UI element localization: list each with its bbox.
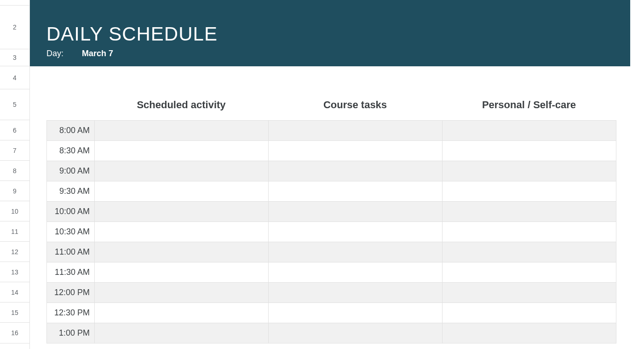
tasks-cell[interactable] bbox=[269, 323, 443, 343]
row-header[interactable]: 5 bbox=[0, 89, 29, 120]
spacer-row[interactable] bbox=[30, 66, 644, 89]
page-title: DAILY SCHEDULE bbox=[46, 23, 644, 45]
personal-cell[interactable] bbox=[443, 181, 616, 202]
day-label: Day: bbox=[46, 49, 63, 58]
tasks-cell[interactable] bbox=[269, 262, 443, 283]
activity-cell[interactable] bbox=[95, 121, 269, 141]
tasks-cell[interactable] bbox=[269, 181, 443, 202]
row-header[interactable]: 3 bbox=[0, 49, 29, 66]
tasks-cell[interactable] bbox=[269, 141, 443, 161]
time-cell[interactable]: 10:30 AM bbox=[47, 222, 95, 242]
time-cell[interactable]: 12:30 PM bbox=[47, 303, 95, 323]
row-header[interactable]: 10 bbox=[0, 201, 29, 221]
row-header[interactable]: 8 bbox=[0, 161, 29, 181]
row-header[interactable]: 11 bbox=[0, 221, 29, 242]
time-cell[interactable]: 8:00 AM bbox=[47, 121, 95, 141]
row-header[interactable]: 14 bbox=[0, 282, 29, 302]
right-margin bbox=[630, 0, 644, 349]
activity-cell[interactable] bbox=[95, 283, 269, 303]
time-cell[interactable]: 11:00 AM bbox=[47, 242, 95, 262]
row-header[interactable]: 12 bbox=[0, 242, 29, 262]
tasks-cell[interactable] bbox=[269, 121, 443, 141]
time-cell[interactable]: 12:00 PM bbox=[47, 283, 95, 303]
tasks-cell[interactable] bbox=[269, 202, 443, 222]
spreadsheet-content: DAILY SCHEDULE Day: March 7 Scheduled ac… bbox=[30, 0, 644, 349]
row-header[interactable]: 15 bbox=[0, 302, 29, 323]
day-row: Day: March 7 bbox=[46, 49, 644, 58]
activity-cell[interactable] bbox=[95, 303, 269, 323]
row-number-gutter: 2 3 4 5 6 7 8 9 10 11 12 13 14 15 16 bbox=[0, 0, 30, 349]
time-cell[interactable]: 11:30 AM bbox=[47, 262, 95, 283]
tasks-cell[interactable] bbox=[269, 303, 443, 323]
schedule-row: 11:00 AM bbox=[47, 242, 616, 262]
personal-cell[interactable] bbox=[443, 242, 616, 262]
row-header[interactable]: 4 bbox=[0, 66, 29, 89]
tasks-cell[interactable] bbox=[269, 283, 443, 303]
schedule-row: 1:00 PM bbox=[47, 323, 616, 343]
personal-cell[interactable] bbox=[443, 303, 616, 323]
schedule-row: 10:00 AM bbox=[47, 202, 616, 222]
activity-cell[interactable] bbox=[95, 323, 269, 343]
time-cell[interactable]: 10:00 AM bbox=[47, 202, 95, 222]
personal-cell[interactable] bbox=[443, 323, 616, 343]
row-header[interactable]: 7 bbox=[0, 140, 29, 161]
schedule-row: 12:00 PM bbox=[47, 283, 616, 303]
personal-cell[interactable] bbox=[443, 222, 616, 242]
column-header-tasks[interactable]: Course tasks bbox=[268, 99, 442, 111]
activity-cell[interactable] bbox=[95, 202, 269, 222]
time-cell[interactable]: 9:30 AM bbox=[47, 181, 95, 202]
activity-cell[interactable] bbox=[95, 141, 269, 161]
header-banner: DAILY SCHEDULE Day: March 7 bbox=[30, 0, 644, 66]
activity-cell[interactable] bbox=[95, 262, 269, 283]
schedule-table: 8:00 AM8:30 AM9:00 AM9:30 AM10:00 AM10:3… bbox=[46, 120, 616, 343]
personal-cell[interactable] bbox=[443, 202, 616, 222]
schedule-row: 10:30 AM bbox=[47, 222, 616, 242]
schedule-row: 8:30 AM bbox=[47, 141, 616, 161]
row-header[interactable]: 2 bbox=[0, 6, 29, 49]
activity-cell[interactable] bbox=[95, 242, 269, 262]
day-value[interactable]: March 7 bbox=[82, 49, 113, 58]
tasks-cell[interactable] bbox=[269, 222, 443, 242]
tasks-cell[interactable] bbox=[269, 242, 443, 262]
time-cell[interactable]: 8:30 AM bbox=[47, 141, 95, 161]
row-header-partial[interactable] bbox=[0, 0, 29, 6]
time-cell[interactable]: 9:00 AM bbox=[47, 161, 95, 181]
schedule-row: 11:30 AM bbox=[47, 262, 616, 283]
schedule-row: 12:30 PM bbox=[47, 303, 616, 323]
personal-cell[interactable] bbox=[443, 121, 616, 141]
schedule-row: 9:30 AM bbox=[47, 181, 616, 202]
row-header[interactable]: 6 bbox=[0, 120, 29, 140]
row-header[interactable]: 9 bbox=[0, 181, 29, 201]
tasks-cell[interactable] bbox=[269, 161, 443, 181]
schedule-row: 9:00 AM bbox=[47, 161, 616, 181]
column-header-activity[interactable]: Scheduled activity bbox=[94, 99, 268, 111]
activity-cell[interactable] bbox=[95, 161, 269, 181]
row-header[interactable]: 13 bbox=[0, 262, 29, 282]
personal-cell[interactable] bbox=[443, 262, 616, 283]
row-header[interactable]: 16 bbox=[0, 323, 29, 343]
activity-cell[interactable] bbox=[95, 181, 269, 202]
activity-cell[interactable] bbox=[95, 222, 269, 242]
personal-cell[interactable] bbox=[443, 283, 616, 303]
time-cell[interactable]: 1:00 PM bbox=[47, 323, 95, 343]
column-header-personal[interactable]: Personal / Self-care bbox=[442, 99, 616, 111]
personal-cell[interactable] bbox=[443, 141, 616, 161]
personal-cell[interactable] bbox=[443, 161, 616, 181]
schedule-row: 8:00 AM bbox=[47, 121, 616, 141]
column-headers: Scheduled activity Course tasks Personal… bbox=[30, 89, 644, 120]
